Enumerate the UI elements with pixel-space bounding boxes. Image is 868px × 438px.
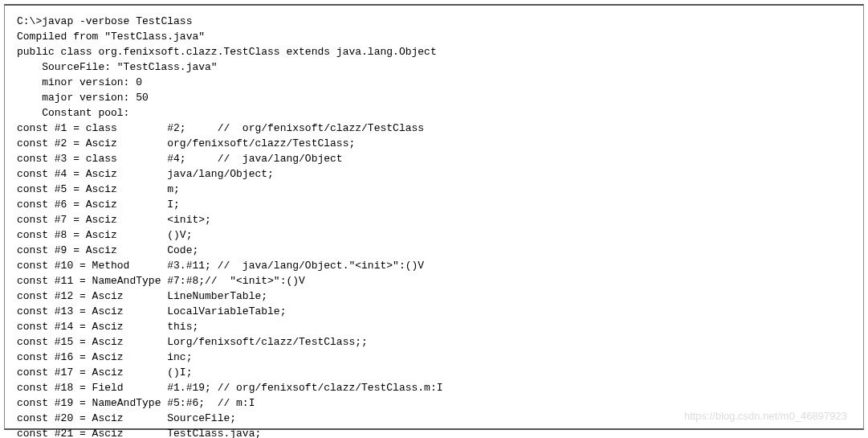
code-line: const #5 = Asciz m; — [17, 182, 851, 197]
code-line: SourceFile: "TestClass.java" — [17, 59, 851, 75]
code-line: const #6 = Asciz I; — [17, 197, 851, 212]
watermark-text: https://blog.csdn.net/m0_46897923 — [684, 410, 847, 422]
code-line: const #21 = Asciz TestClass.java; — [17, 426, 851, 438]
code-line: Compiled from "TestClass.java" — [17, 29, 851, 44]
code-line: C:\>javap -verbose TestClass — [17, 14, 851, 29]
code-line: major version: 50 — [17, 90, 851, 105]
code-block-container: C:\>javap -verbose TestClassCompiled fro… — [4, 4, 864, 430]
code-line: const #7 = Asciz <init>; — [17, 212, 851, 227]
code-line: Constant pool: — [17, 105, 851, 121]
code-line: const #17 = Asciz ()I; — [17, 365, 851, 380]
code-content: C:\>javap -verbose TestClassCompiled fro… — [17, 14, 851, 438]
code-line: const #9 = Asciz Code; — [17, 243, 851, 258]
code-line: const #3 = class #4; // java/lang/Object — [17, 151, 851, 166]
code-line: const #2 = Asciz org/fenixsoft/clazz/Tes… — [17, 136, 851, 151]
code-line: const #14 = Asciz this; — [17, 319, 851, 334]
code-line: minor version: 0 — [17, 75, 851, 90]
code-line: const #15 = Asciz Lorg/fenixsoft/clazz/T… — [17, 334, 851, 350]
code-line: const #12 = Asciz LineNumberTable; — [17, 289, 851, 304]
code-line: public class org.fenixsoft.clazz.TestCla… — [17, 44, 851, 59]
code-line: const #10 = Method #3.#11; // java/lang/… — [17, 258, 851, 273]
code-line: const #4 = Asciz java/lang/Object; — [17, 166, 851, 182]
code-line: const #11 = NameAndType #7:#8;// "<init>… — [17, 273, 851, 289]
code-line: const #8 = Asciz ()V; — [17, 227, 851, 243]
code-line: const #16 = Asciz inc; — [17, 350, 851, 365]
code-line: const #19 = NameAndType #5:#6; // m:I — [17, 395, 851, 411]
code-line: const #18 = Field #1.#19; // org/fenixso… — [17, 380, 851, 395]
code-line: const #1 = class #2; // org/fenixsoft/cl… — [17, 121, 851, 136]
code-line: const #13 = Asciz LocalVariableTable; — [17, 304, 851, 319]
